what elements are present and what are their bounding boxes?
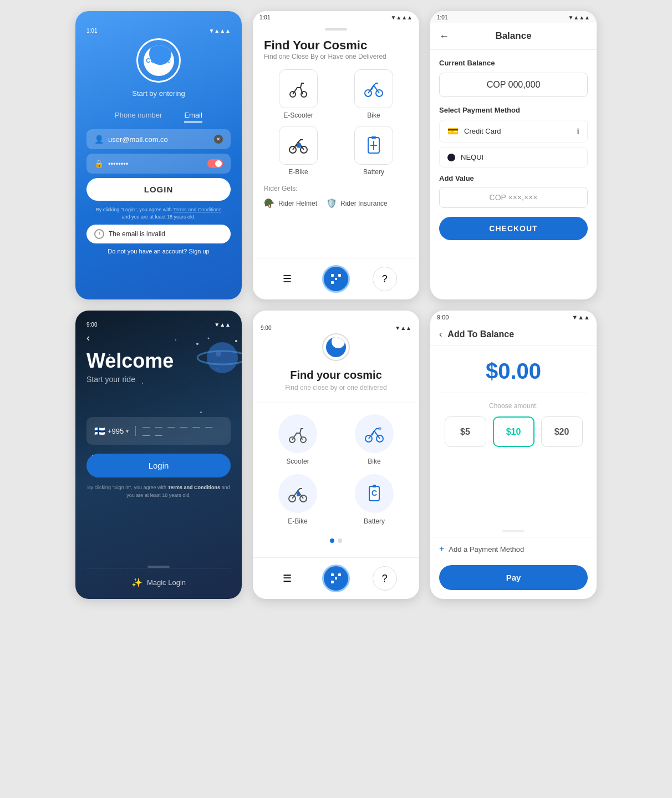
user-icon: 👤 bbox=[94, 135, 104, 144]
add-balance-back[interactable]: ‹ bbox=[439, 329, 442, 339]
planet-svg bbox=[186, 333, 242, 383]
find2-ebike[interactable]: E-Bike bbox=[264, 474, 332, 525]
svg-rect-28 bbox=[297, 492, 300, 496]
battery-icon-box bbox=[354, 126, 393, 165]
error-icon: ! bbox=[94, 229, 104, 239]
amount-options: $5 $10 $20 bbox=[430, 416, 597, 447]
rider-helmet-item: 🪖 Rider Helmet bbox=[264, 198, 317, 209]
svg-point-20 bbox=[235, 340, 237, 342]
scan-icon bbox=[329, 272, 343, 286]
help-btn-5[interactable]: ? bbox=[373, 566, 397, 591]
escooter-icon-box bbox=[279, 69, 318, 108]
checkout-button[interactable]: CHECKOUT bbox=[439, 217, 588, 240]
svg-rect-34 bbox=[331, 581, 334, 583]
login-tabs: Phone number Email bbox=[115, 111, 202, 123]
cosmic-logo-inner bbox=[326, 337, 346, 357]
add-plus-icon: + bbox=[439, 544, 444, 554]
time-2: 1:01 bbox=[259, 14, 270, 21]
balance2-divider bbox=[439, 393, 588, 393]
find2-scooter[interactable]: Scooter bbox=[264, 414, 332, 465]
amount-10[interactable]: $10 bbox=[493, 416, 534, 447]
magic-login-btn[interactable]: ✨ Magic Login bbox=[86, 568, 231, 588]
rider-gets-section: Rider Gets: 🪖 Rider Helmet 🛡️ Rider Insu… bbox=[253, 185, 419, 209]
email-input[interactable] bbox=[108, 135, 214, 144]
add-method-label: Add a Payment Method bbox=[449, 545, 524, 553]
planet-illustration bbox=[186, 333, 242, 383]
insurance-label: Rider Insurance bbox=[340, 200, 388, 207]
vehicle-bike[interactable]: Bike bbox=[339, 69, 408, 119]
nequi-icon bbox=[447, 154, 455, 161]
find2-bike[interactable]: Bike bbox=[340, 414, 408, 465]
amount-5[interactable]: $5 bbox=[445, 416, 486, 447]
find2-battery-icon: C bbox=[365, 483, 383, 504]
amount-20[interactable]: $20 bbox=[541, 416, 583, 447]
find2-scooter-label: Scooter bbox=[286, 458, 309, 465]
balance-back-btn[interactable]: ← bbox=[439, 31, 449, 42]
logo-text: Cosmic bbox=[146, 57, 171, 64]
nequi-option[interactable]: NEQUI bbox=[439, 147, 588, 167]
status-bar-1: 1:01 ▼▲▲▲ bbox=[86, 28, 231, 38]
menu-btn[interactable]: ☰ bbox=[275, 267, 299, 291]
svg-rect-33 bbox=[338, 573, 341, 576]
login-terms: By clicking "Login", you agree with Term… bbox=[96, 206, 221, 220]
helmet-label: Rider Helmet bbox=[278, 200, 317, 207]
status-bar-6: 9:00 ▼▲▲ bbox=[430, 311, 597, 324]
balance-amount-section: $0.00 bbox=[430, 345, 597, 393]
svg-point-18 bbox=[196, 343, 198, 345]
add-value-input[interactable]: COP ×××,××× bbox=[439, 187, 588, 208]
svg-rect-12 bbox=[338, 274, 341, 277]
cosmic-logo bbox=[322, 333, 350, 361]
find-subtitle: Find one Close By or Have one Delivered bbox=[253, 53, 419, 60]
dot-2 bbox=[338, 538, 342, 543]
tab-email[interactable]: Email bbox=[184, 111, 202, 123]
credit-card-info: ℹ bbox=[577, 127, 579, 136]
login-button[interactable]: LOGIN bbox=[86, 178, 231, 201]
bike-icon bbox=[364, 79, 384, 99]
dropdown-chevron[interactable]: ▾ bbox=[126, 428, 129, 434]
scan-btn-5[interactable] bbox=[322, 565, 350, 592]
credit-card-icon: 💳 bbox=[447, 126, 459, 136]
status-bar-4: 9:00 ▼▲▲ bbox=[86, 322, 231, 328]
menu-btn-5[interactable]: ☰ bbox=[275, 566, 299, 591]
phone-divider bbox=[135, 426, 136, 436]
svg-rect-35 bbox=[335, 577, 337, 580]
find2-bike-icon-circle bbox=[355, 414, 394, 453]
status-icons-3: ▼▲▲▲ bbox=[568, 14, 590, 21]
password-toggle[interactable] bbox=[207, 159, 223, 168]
signal-icon: ▼▲▲▲ bbox=[208, 28, 231, 34]
status-icons-4: ▼▲▲ bbox=[214, 322, 231, 328]
time-4: 9:00 bbox=[86, 322, 97, 328]
welcome-login-btn[interactable]: Login bbox=[86, 454, 231, 477]
pay-button[interactable]: Pay bbox=[439, 565, 588, 590]
find2-battery[interactable]: C Battery bbox=[340, 474, 408, 525]
vehicle-ebike[interactable]: E-Bike bbox=[264, 126, 333, 176]
password-input[interactable] bbox=[108, 160, 207, 168]
payment-method-label: Select Payment Method bbox=[439, 106, 588, 114]
svg-text:C: C bbox=[371, 489, 377, 497]
svg-rect-11 bbox=[331, 274, 334, 277]
status-icons-2: ▼▲▲▲ bbox=[390, 14, 413, 21]
ebike-icon bbox=[288, 135, 308, 155]
scan-btn[interactable] bbox=[322, 265, 350, 293]
shield-icon: 🛡️ bbox=[326, 198, 337, 209]
help-btn[interactable]: ? bbox=[373, 267, 397, 291]
battery-label: Battery bbox=[363, 168, 384, 176]
add-value-title: Add Value bbox=[439, 174, 588, 182]
credit-card-option[interactable]: 💳 Credit Card ℹ bbox=[439, 120, 588, 143]
phone-input[interactable]: — — — — — — — — bbox=[142, 423, 223, 439]
vehicle-battery[interactable]: Battery bbox=[339, 126, 408, 176]
password-input-group: 🔒 bbox=[86, 154, 231, 174]
rider-insurance-item: 🛡️ Rider Insurance bbox=[326, 198, 388, 209]
tab-phone[interactable]: Phone number bbox=[115, 111, 162, 123]
add-payment-method[interactable]: + Add a Payment Method bbox=[430, 537, 597, 561]
clear-icon[interactable]: ✕ bbox=[214, 135, 223, 144]
signup-text[interactable]: Do not you have an account? Sign up bbox=[108, 248, 209, 255]
status-bar-2: 1:01 ▼▲▲▲ bbox=[253, 11, 419, 23]
status-icons-5: ▼▲▲ bbox=[395, 325, 411, 331]
find2-vehicle-grid: Scooter Bike bbox=[253, 414, 419, 525]
battery-icon bbox=[365, 135, 383, 155]
terms-link[interactable]: Terms and Conditions bbox=[173, 207, 221, 212]
vehicle-escooter[interactable]: E-Scooter bbox=[264, 69, 333, 119]
magic-icon: ✨ bbox=[131, 577, 142, 588]
error-text: The email is invalid bbox=[109, 230, 165, 238]
